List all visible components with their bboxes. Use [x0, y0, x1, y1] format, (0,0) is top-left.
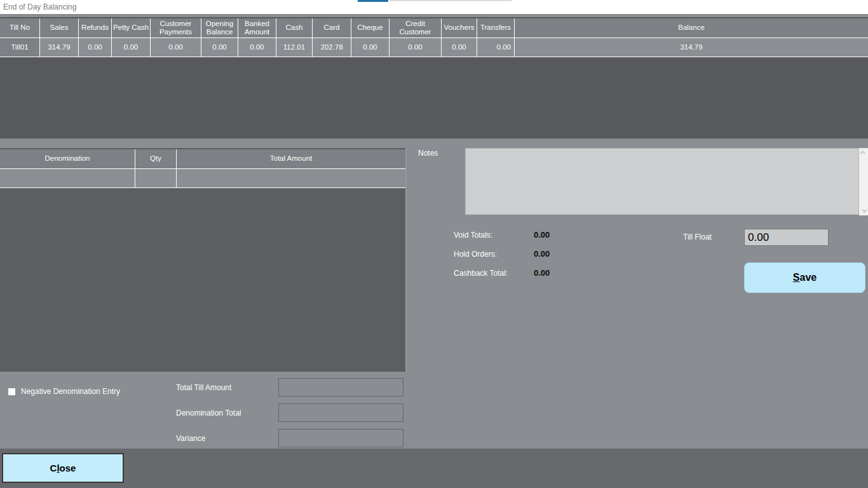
till-header-cell: Till No [0, 18, 40, 37]
scroll-down-icon[interactable] [859, 207, 868, 215]
denomination-total-input[interactable] [278, 403, 403, 422]
till-header-cell: Balance [515, 18, 868, 37]
till-header-cell: Credit Customer [390, 18, 442, 37]
till-balance-grid: Till No Sales Refunds Petty Cash Custome… [0, 17, 868, 139]
till-cell-transfers: 0.00 [477, 38, 515, 57]
top-accent-gray-line [390, 0, 512, 1]
till-header-cell: Cash [276, 18, 313, 37]
till-grid-header-row: Till No Sales Refunds Petty Cash Custome… [0, 18, 868, 38]
void-totals-value: 0.00 [534, 230, 550, 240]
till-cell-petty-cash: 0.00 [112, 38, 151, 57]
save-button[interactable]: Save [744, 262, 865, 293]
till-header-cell: Cheque [351, 18, 390, 37]
denomination-cell[interactable] [0, 169, 135, 187]
denomination-total-cell[interactable] [177, 169, 405, 187]
denomination-header-cell: Qty [135, 149, 177, 168]
denomination-qty-cell[interactable] [135, 169, 177, 187]
denomination-header-row: Denomination Qty Total Amount [0, 149, 405, 169]
total-till-amount-label: Total Till Amount [176, 383, 231, 392]
bottom-bar [0, 449, 868, 488]
till-cell-opening-balance: 0.00 [201, 38, 238, 57]
till-float-label: Till Float [683, 233, 712, 241]
till-cell-vouchers: 0.00 [442, 38, 477, 57]
denomination-header-cell: Total Amount [177, 149, 405, 168]
negative-denomination-label: Negative Denomination Entry [21, 387, 120, 396]
top-accent-blue-line [358, 0, 388, 2]
variance-input[interactable] [278, 429, 403, 447]
till-header-cell: Opening Balance [201, 18, 238, 37]
hold-orders-label: Hold Orders: [454, 250, 497, 259]
till-float-input[interactable] [744, 229, 829, 246]
till-header-cell: Transfers [477, 18, 515, 37]
hold-orders-value: 0.00 [534, 249, 550, 259]
till-cell-sales: 314.79 [40, 38, 79, 57]
denomination-grid: Denomination Qty Total Amount [0, 148, 407, 372]
till-header-cell: Petty Cash [112, 18, 151, 37]
till-header-cell: Card [313, 18, 351, 37]
till-header-cell: Vouchers [442, 18, 477, 37]
page-title: End of Day Balancing [3, 3, 76, 11]
till-grid-data-row[interactable]: Till01 314.79 0.00 0.00 0.00 0.00 0.00 1… [0, 38, 868, 57]
close-button[interactable]: Close [2, 453, 124, 483]
cashback-total-label: Cashback Total: [454, 269, 508, 278]
denomination-entry-row[interactable] [0, 169, 405, 188]
total-till-amount-input[interactable] [278, 378, 403, 396]
till-header-cell: Refunds [79, 18, 112, 37]
void-totals-label: Void Totals: [454, 231, 492, 240]
variance-label: Variance [176, 434, 205, 443]
till-cell-card: 202.78 [313, 38, 351, 57]
notes-scrollbar[interactable] [859, 148, 868, 215]
negative-denomination-checkbox[interactable] [8, 388, 16, 396]
notes-input[interactable] [465, 148, 859, 215]
scroll-up-icon[interactable] [859, 148, 868, 157]
denomination-header-cell: Denomination [0, 149, 135, 168]
till-cell-till-no: Till01 [0, 38, 40, 57]
negative-denomination-checkbox-group[interactable]: Negative Denomination Entry [8, 387, 120, 396]
denomination-total-label: Denomination Total [176, 409, 241, 417]
till-header-cell: Customer Payments [151, 18, 201, 37]
cashback-total-value: 0.00 [534, 268, 550, 278]
till-cell-cash: 112.01 [276, 38, 313, 57]
till-cell-balance: 314.79 [515, 38, 868, 57]
till-cell-banked-amount: 0.00 [238, 38, 276, 57]
till-cell-refunds: 0.00 [79, 38, 112, 57]
till-header-cell: Banked Amount [238, 18, 276, 37]
notes-label: Notes [418, 149, 438, 158]
till-cell-customer-payments: 0.00 [151, 38, 201, 57]
till-cell-cheque: 0.00 [351, 38, 390, 57]
title-bar: End of Day Balancing [0, 0, 868, 14]
till-header-cell: Sales [40, 18, 79, 37]
till-cell-credit-customer: 0.00 [390, 38, 442, 57]
